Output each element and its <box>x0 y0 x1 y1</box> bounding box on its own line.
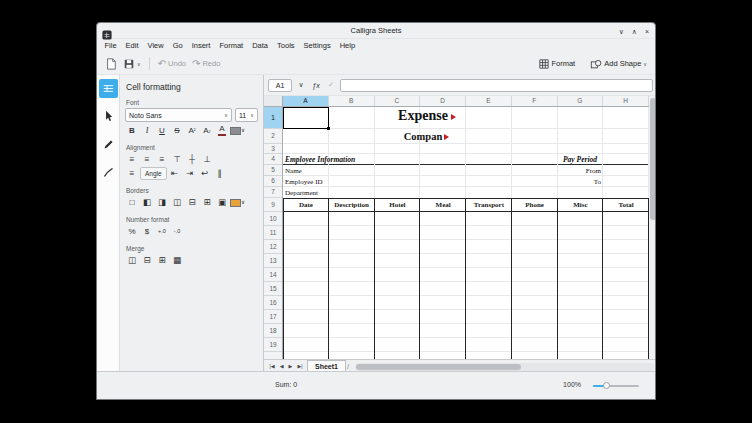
selection-handle[interactable] <box>327 127 330 130</box>
column-header[interactable]: F <box>512 96 558 106</box>
menu-settings[interactable]: Settings <box>299 39 335 53</box>
increase-precision-button[interactable]: +.0 <box>155 225 169 238</box>
menu-file[interactable]: File <box>100 39 121 53</box>
table-header-cell[interactable]: Description <box>329 199 375 211</box>
border-all-button[interactable]: ⊞ <box>200 196 214 209</box>
indent-decrease-button[interactable]: ⇤ <box>168 167 182 180</box>
menu-insert[interactable]: Insert <box>187 39 215 53</box>
function-button[interactable]: ƒx <box>310 79 322 92</box>
formula-input[interactable] <box>340 79 653 92</box>
align-center-button[interactable]: ≡ <box>140 153 154 166</box>
decrease-precision-button[interactable]: -.0 <box>170 225 184 238</box>
strikethrough-button[interactable]: S <box>170 124 184 137</box>
background-color-button[interactable]: ∨ <box>230 124 245 137</box>
apply-button[interactable]: ✓ <box>325 79 337 92</box>
pen-tool-button[interactable] <box>99 135 118 154</box>
cell-name-label[interactable]: Name <box>285 167 302 175</box>
menu-edit[interactable]: Edit <box>121 39 143 53</box>
select-all-corner[interactable] <box>264 96 283 106</box>
titlebar[interactable]: Calligra Sheets ∨ ∧ × <box>97 23 655 39</box>
indent-increase-button[interactable]: ⇥ <box>183 167 197 180</box>
valign-bottom-button[interactable]: ⊥ <box>200 153 214 166</box>
minimize-button[interactable]: ∨ <box>619 28 624 35</box>
vertical-text-button[interactable]: ∥ <box>213 167 227 180</box>
new-document-button[interactable] <box>102 56 120 72</box>
undo-button[interactable]: ↶ Undo <box>155 57 189 71</box>
row-header[interactable]: 16 <box>264 296 282 310</box>
save-dropdown-icon[interactable]: ∨ <box>137 61 141 67</box>
font-size-combo[interactable]: 11 ∨ <box>235 108 258 122</box>
row-header[interactable]: 13 <box>264 254 282 268</box>
cell-names-dropdown[interactable]: ∨ <box>295 79 307 92</box>
superscript-button[interactable]: A² <box>185 124 199 137</box>
cell-employee-id-label[interactable]: Employee ID <box>285 178 323 186</box>
format-button[interactable]: Format <box>536 57 578 71</box>
cell-reference-box[interactable]: A1 <box>268 79 292 92</box>
vertical-scrollbar-thumb[interactable] <box>650 98 656 220</box>
merge-horizontal-button[interactable]: ⊟ <box>140 254 154 267</box>
font-family-combo[interactable]: Noto Sans ∨ <box>125 108 232 122</box>
money-format-button[interactable]: $ <box>140 225 154 238</box>
subscript-button[interactable]: A₂ <box>200 124 214 137</box>
menu-view[interactable]: View <box>143 39 168 53</box>
column-header[interactable]: H <box>603 96 649 106</box>
column-header[interactable]: G <box>558 96 604 106</box>
merge-vertical-button[interactable]: ⊞ <box>155 254 169 267</box>
cell-department-label[interactable]: Department <box>285 189 318 197</box>
border-left-button[interactable]: ◧ <box>140 196 154 209</box>
border-color-button[interactable]: ∨ <box>230 196 245 209</box>
cell-pay-period[interactable]: Pay Period <box>557 155 603 164</box>
percent-format-button[interactable]: % <box>125 225 139 238</box>
valign-top-button[interactable]: ⊤ <box>170 153 184 166</box>
row-header[interactable]: 11 <box>264 226 282 240</box>
column-header[interactable]: D <box>420 96 466 106</box>
table-header-cell[interactable]: Total <box>603 199 649 211</box>
row-header[interactable]: 19 <box>264 338 282 352</box>
table-header-cell[interactable]: Date <box>283 199 329 211</box>
wrap-text-button[interactable]: ↩ <box>198 167 212 180</box>
row-header[interactable]: 2 <box>264 129 282 144</box>
row-header[interactable]: 6 <box>264 176 282 187</box>
table-header-cell[interactable]: Hotel <box>375 199 421 211</box>
cell-company[interactable]: Compan <box>283 131 563 142</box>
row-header[interactable]: 4 <box>264 154 282 165</box>
cell-grid[interactable]: Date Description Hotel Meal Transport Ph… <box>283 107 649 359</box>
table-header-cell[interactable]: Meal <box>420 199 466 211</box>
row-header[interactable]: 1 <box>264 107 282 129</box>
save-button[interactable]: ∨ <box>120 56 144 72</box>
vertical-scrollbar[interactable] <box>649 96 656 359</box>
italic-button[interactable]: I <box>140 124 154 137</box>
merge-cells-button[interactable]: ◫ <box>125 254 139 267</box>
line-tool-button[interactable] <box>99 163 118 182</box>
border-right-button[interactable]: ◨ <box>155 196 169 209</box>
selected-cell-marker[interactable] <box>283 107 329 129</box>
horizontal-scrollbar[interactable] <box>355 363 654 371</box>
row-header[interactable]: 10 <box>264 212 282 226</box>
menu-help[interactable]: Help <box>335 39 359 53</box>
cell-to-label[interactable]: To <box>557 178 601 186</box>
column-header[interactable]: B <box>329 96 375 106</box>
column-header[interactable]: E <box>466 96 512 106</box>
row-header[interactable]: 17 <box>264 310 282 324</box>
valign-middle-button[interactable]: ┼ <box>185 153 199 166</box>
font-color-button[interactable]: A <box>215 124 229 137</box>
menu-data[interactable]: Data <box>248 39 273 53</box>
menu-format[interactable]: Format <box>215 39 248 53</box>
table-header-cell[interactable]: Transport <box>466 199 512 211</box>
row-header[interactable]: 9 <box>264 198 282 212</box>
border-none-button[interactable]: □ <box>125 196 139 209</box>
menu-tools[interactable]: Tools <box>273 39 300 53</box>
underline-button[interactable]: U <box>155 124 169 137</box>
border-horizontal-button[interactable]: ⊟ <box>185 196 199 209</box>
row-header[interactable]: 3 <box>264 144 282 154</box>
border-outline-button[interactable]: ▣ <box>215 196 229 209</box>
angle-button[interactable]: Angle <box>140 167 167 180</box>
cell-from-label[interactable]: From <box>557 167 601 175</box>
maximize-button[interactable]: ∧ <box>632 28 637 35</box>
redo-button[interactable]: ↷ Redo <box>189 57 223 71</box>
row-header[interactable]: 12 <box>264 240 282 254</box>
add-shape-button[interactable]: Add Shape ∨ <box>587 56 650 72</box>
row-header[interactable]: 15 <box>264 282 282 296</box>
column-header[interactable]: A <box>283 96 329 106</box>
justify-button[interactable]: ≡ <box>125 167 139 180</box>
